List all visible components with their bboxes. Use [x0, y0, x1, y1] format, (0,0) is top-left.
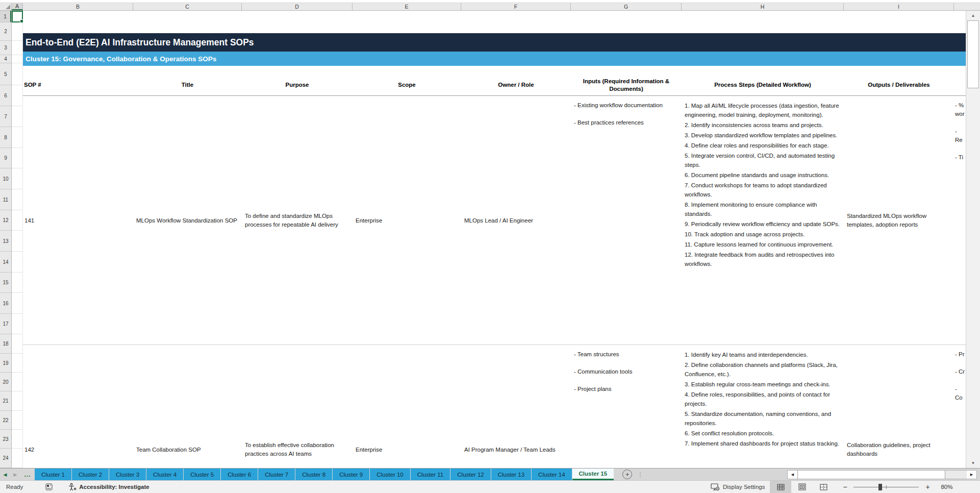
- cell-owner-142[interactable]: AI Program Manager / Team Leads: [461, 345, 571, 468]
- cell-kpi-clipped-141[interactable]: - % wor- Re- Ti: [954, 96, 966, 345]
- row-header-3[interactable]: 3: [0, 41, 11, 55]
- sheet-title-cell[interactable]: End-to-End (E2E) AI Infrastructure Manag…: [23, 33, 966, 52]
- sheet-tab-cluster-15[interactable]: Cluster 15: [572, 469, 614, 480]
- cell-kpi-clipped-142[interactable]: - Pr- Cr- Co: [954, 345, 966, 468]
- vertical-scrollbar[interactable]: ▲ ▼: [966, 11, 980, 468]
- macro-record-icon[interactable]: [45, 483, 53, 490]
- header-cell-sop[interactable]: SOP #: [23, 74, 133, 96]
- cell-steps-142[interactable]: 1. Identify key AI teams and interdepend…: [682, 345, 844, 468]
- cell-A2[interactable]: [12, 22, 23, 41]
- sheet-tab-cluster-5[interactable]: Cluster 5: [184, 469, 220, 480]
- cluster-subtitle-cell[interactable]: Cluster 15: Governance, Collaboration & …: [23, 52, 966, 66]
- header-cell-scope[interactable]: Scope: [353, 74, 461, 96]
- row-header-4[interactable]: 4: [0, 55, 11, 63]
- cell-scope-142[interactable]: Enterprise: [353, 345, 461, 468]
- display-settings-icon: [711, 483, 720, 491]
- sheet-tab-cluster-4[interactable]: Cluster 4: [146, 469, 183, 480]
- status-bar-right: Display Settings − + 80%: [711, 481, 952, 493]
- cell-A3[interactable]: [12, 41, 23, 55]
- sheet-tab-cluster-8[interactable]: Cluster 8: [295, 469, 332, 480]
- header-cell-inputs[interactable]: Inputs (Required Information & Documents…: [571, 74, 682, 96]
- column-header-B[interactable]: B: [23, 3, 133, 10]
- row-header-1[interactable]: 1: [0, 11, 11, 22]
- vertical-scroll-thumb[interactable]: [967, 20, 979, 88]
- header-cell-steps[interactable]: Process Steps (Detailed Workflow): [682, 74, 844, 96]
- cell-A5[interactable]: [12, 63, 23, 85]
- zoom-in-button[interactable]: +: [924, 483, 931, 491]
- cell-scope-141[interactable]: Enterprise: [353, 96, 461, 345]
- tab-scroll-right-icon[interactable]: ▶: [10, 472, 20, 477]
- header-cell-owner[interactable]: Owner / Role: [461, 74, 571, 96]
- sheet-tab-cluster-7[interactable]: Cluster 7: [258, 469, 295, 480]
- column-header-I[interactable]: I: [844, 3, 954, 10]
- cell-sop-142[interactable]: 142: [23, 345, 133, 468]
- column-header-C[interactable]: C: [133, 3, 242, 10]
- sheet-tab-bar: ◀ ▶ ... Cluster 1Cluster 2Cluster 3Clust…: [0, 468, 980, 480]
- cell-outputs-141[interactable]: Standardized MLOps workflow templates, a…: [844, 96, 954, 345]
- column-header-D[interactable]: D: [242, 3, 353, 10]
- cell-inputs-142[interactable]: - Team structures- Communication tools- …: [571, 345, 682, 468]
- column-header-E[interactable]: E: [353, 3, 461, 10]
- tab-divider-dots-icon[interactable]: ⋮: [637, 471, 643, 478]
- column-header-G[interactable]: G: [571, 3, 682, 10]
- sheet-tab-cluster-10[interactable]: Cluster 10: [370, 469, 410, 480]
- select-all-corner[interactable]: [0, 3, 12, 10]
- column-header-A[interactable]: A: [12, 3, 23, 10]
- sheet-tab-cluster-13[interactable]: Cluster 13: [491, 469, 531, 480]
- hscroll-left-icon[interactable]: ◀: [788, 471, 797, 479]
- cell-purpose-142[interactable]: To establish effective collaboration pra…: [242, 345, 353, 468]
- display-settings-button[interactable]: Display Settings: [723, 484, 765, 490]
- header-cell-purpose[interactable]: Purpose: [242, 74, 353, 96]
- cell-purpose-141[interactable]: To define and standardize MLOps processe…: [242, 96, 353, 345]
- hscroll-track[interactable]: [945, 471, 967, 479]
- cell-title-142[interactable]: Team Collaboration SOP: [133, 345, 242, 468]
- ready-status: Ready: [6, 484, 23, 490]
- header-cell-outputs[interactable]: Outputs / Deliverables: [844, 74, 954, 96]
- sheet-tab-cluster-3[interactable]: Cluster 3: [109, 469, 146, 480]
- zoom-slider-thumb[interactable]: [878, 484, 882, 490]
- sheet-tab-cluster-12[interactable]: Cluster 12: [450, 469, 490, 480]
- accessibility-status-button[interactable]: Accessibility: Investigate: [79, 484, 149, 490]
- cell-sop-141[interactable]: 141: [23, 96, 133, 345]
- cell-owner-141[interactable]: MLOps Lead / AI Engineer: [461, 96, 571, 345]
- sheet-tab-cluster-1[interactable]: Cluster 1: [35, 469, 71, 480]
- more-sheets-indicator[interactable]: ...: [20, 471, 35, 478]
- hscroll-right-icon[interactable]: ▶: [967, 471, 976, 479]
- row-separator: [23, 344, 966, 345]
- sheet-tabs: Cluster 1Cluster 2Cluster 3Cluster 4Clus…: [35, 469, 614, 480]
- row-header-5[interactable]: 5: [0, 63, 11, 85]
- row-header-2[interactable]: 2: [0, 22, 11, 41]
- horizontal-scroll-thumb[interactable]: [797, 471, 945, 479]
- cell-steps-141[interactable]: 1. Map all AI/ML lifecycle processes (da…: [682, 96, 844, 345]
- sheet-tab-cluster-6[interactable]: Cluster 6: [221, 469, 258, 480]
- zoom-out-button[interactable]: −: [841, 483, 848, 491]
- column-header-strip: ABCDEFGHI: [0, 3, 980, 11]
- status-bar: Ready Accessibility: Investigate Display…: [0, 480, 980, 493]
- header-cell-title[interactable]: Title: [133, 74, 242, 96]
- sheet-tab-cluster-9[interactable]: Cluster 9: [333, 469, 369, 480]
- sheet-tab-cluster-2[interactable]: Cluster 2: [72, 469, 109, 480]
- scroll-down-button[interactable]: ▼: [966, 458, 980, 468]
- scroll-up-button[interactable]: ▲: [966, 11, 980, 20]
- cell-outputs-142[interactable]: Collaboration guidelines, project dashbo…: [844, 345, 954, 468]
- zoom-slider-center-tick: [886, 485, 887, 489]
- zoom-level[interactable]: 80%: [931, 484, 952, 490]
- new-sheet-button[interactable]: +: [622, 470, 632, 479]
- sheet-tab-cluster-11[interactable]: Cluster 11: [411, 469, 450, 480]
- horizontal-scrollbar[interactable]: ◀ ▶: [787, 470, 977, 479]
- cell-title-141[interactable]: MLOps Workflow Standardization SOP: [133, 96, 242, 345]
- page-break-preview-button[interactable]: [813, 481, 834, 493]
- status-bar-left: Ready Accessibility: Investigate: [6, 481, 149, 493]
- tab-scroll-left-icon[interactable]: ◀: [0, 472, 10, 477]
- page-layout-view-button[interactable]: [791, 481, 813, 493]
- zoom-slider[interactable]: [853, 483, 919, 490]
- column-header-F[interactable]: F: [461, 3, 571, 10]
- column-header-H[interactable]: H: [682, 3, 844, 10]
- normal-view-button[interactable]: [770, 481, 791, 493]
- cell-A4[interactable]: [12, 55, 23, 63]
- sop-row-141: 141MLOps Workflow Standardization SOPTo …: [0, 96, 980, 345]
- excel-window: ABCDEFGHI 123456789101112131415161718192…: [0, 0, 980, 493]
- selected-cell-a1[interactable]: [12, 11, 23, 22]
- cell-inputs-141[interactable]: - Existing workflow documentation- Best …: [571, 96, 682, 345]
- sheet-tab-cluster-14[interactable]: Cluster 14: [532, 469, 571, 480]
